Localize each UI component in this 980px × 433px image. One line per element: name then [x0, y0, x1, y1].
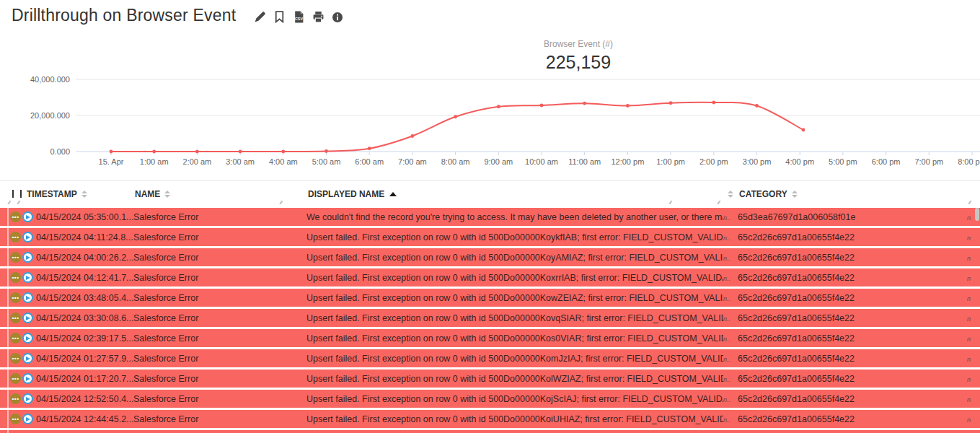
table-row[interactable]: ••• 04/15/2024 03:48:05.4... Salesforce …	[0, 289, 980, 307]
cell-name: Salesforce Error	[133, 293, 306, 303]
column-resize-grip[interactable]: //	[718, 199, 719, 206]
sort-icon[interactable]	[81, 191, 87, 198]
session-replay-icon[interactable]	[22, 272, 33, 283]
sort-icon[interactable]	[792, 191, 798, 198]
sort-asc-icon[interactable]	[389, 192, 397, 196]
table-row[interactable]: ••• 04/15/2024 04:00:26.2... Salesforce …	[0, 248, 980, 266]
actions-menu-icon[interactable]: •••	[10, 393, 21, 404]
cell-timestamp: 04/15/2024 02:39:17.5...	[35, 333, 133, 344]
cell-category: 65c2d26c697d1a00655f4e22	[738, 414, 967, 424]
sort-icon[interactable]	[164, 191, 170, 198]
chart-title: Browser Event (#)	[177, 39, 980, 49]
table-row[interactable]: ••• 04/15/2024 01:27:57.9... Salesforce …	[0, 349, 980, 367]
svg-text:5:00 am: 5:00 am	[312, 157, 341, 166]
page-title: Drillthrough on Browser Event	[12, 6, 236, 25]
session-replay-icon[interactable]	[22, 211, 33, 222]
cell-displayed-name: Upsert failed. First exception on row 0 …	[306, 394, 723, 404]
cell-truncated-edge: n	[967, 235, 971, 242]
cell-name: Salesforce Error	[133, 273, 306, 283]
session-replay-icon[interactable]	[22, 393, 33, 404]
actions-menu-icon[interactable]: •••	[10, 312, 21, 323]
svg-text:15. Apr: 15. Apr	[99, 157, 124, 166]
actions-menu-icon[interactable]: •••	[10, 272, 21, 283]
col-header-mini[interactable]	[723, 191, 738, 198]
cell-truncated: n..	[723, 396, 730, 403]
actions-menu-icon[interactable]: •••	[10, 252, 21, 263]
table-row[interactable]: ••• 04/15/2024 02:39:17.5... Salesforce …	[0, 329, 980, 347]
cell-timestamp: 04/15/2024 03:48:05.4...	[35, 293, 133, 303]
col-header-category[interactable]: CATEGORY	[738, 189, 967, 199]
svg-text:8:00 pm: 8:00 pm	[958, 157, 980, 166]
session-replay-icon[interactable]	[22, 333, 33, 344]
table-row-partial[interactable]	[0, 430, 980, 433]
cell-name: Salesforce Error	[133, 232, 306, 242]
cell-truncated: n..	[723, 315, 730, 323]
session-replay-icon[interactable]	[22, 232, 33, 242]
sort-icon[interactable]	[728, 191, 733, 198]
svg-text:3:00 pm: 3:00 pm	[743, 157, 772, 166]
col-label-displayed-name: DISPLAYED NAME	[306, 189, 384, 199]
svg-text:7:00 pm: 7:00 pm	[914, 157, 943, 166]
svg-text:1:00 pm: 1:00 pm	[656, 157, 685, 166]
bookmark-icon[interactable]	[273, 11, 286, 24]
cell-truncated-edge: n	[967, 214, 971, 222]
cell-truncated: n..	[723, 275, 730, 282]
svg-text:9:00 am: 9:00 am	[484, 157, 513, 166]
cell-timestamp: 04/15/2024 12:44:45.2...	[35, 414, 133, 424]
cell-displayed-name: Upsert failed. First exception on row 0 …	[306, 253, 723, 263]
cell-displayed-name: Upsert failed. First exception on row 0 …	[306, 293, 723, 303]
svg-text:8:00 am: 8:00 am	[441, 157, 470, 166]
col-header-actions[interactable]	[9, 190, 17, 198]
column-resize-grip[interactable]: //	[8, 199, 9, 206]
title-bar: Drillthrough on Browser Event CSV	[12, 6, 344, 25]
column-resize-grip[interactable]: //	[280, 199, 281, 206]
col-header-displayed-name[interactable]: DISPLAYED NAME	[306, 189, 723, 199]
column-resize-grip[interactable]: //	[17, 199, 19, 206]
session-replay-icon[interactable]	[22, 414, 33, 424]
col-header-name[interactable]: NAME	[133, 189, 306, 199]
cell-timestamp: 04/15/2024 01:27:57.9...	[35, 354, 133, 364]
session-replay-icon[interactable]	[22, 312, 33, 323]
col-header-replay[interactable]	[17, 190, 25, 198]
session-replay-icon[interactable]	[22, 353, 33, 364]
cell-truncated-edge: n	[967, 255, 971, 262]
vertical-scrollbar-thumb[interactable]	[975, 208, 979, 221]
cell-name: Salesforce Error	[133, 374, 306, 384]
csv-label: CSV	[295, 17, 303, 21]
actions-menu-icon[interactable]: •••	[10, 211, 21, 222]
cell-name: Salesforce Error	[133, 253, 306, 263]
cell-displayed-name: Upsert failed. First exception on row 0 …	[306, 414, 723, 424]
session-replay-icon[interactable]	[22, 292, 33, 303]
col-header-timestamp[interactable]: TIMESTAMP	[25, 189, 133, 199]
session-replay-icon[interactable]	[22, 373, 33, 384]
actions-menu-icon[interactable]: •••	[10, 353, 21, 364]
actions-menu-icon[interactable]: •••	[10, 292, 21, 303]
cell-category: 65d3ea67697d1a006058f01e	[738, 212, 967, 222]
svg-text:6:00 am: 6:00 am	[355, 157, 384, 166]
cell-truncated: n..	[723, 255, 730, 262]
column-resize-grip[interactable]: //	[968, 199, 970, 206]
col-label-name: NAME	[133, 189, 160, 199]
table-row[interactable]: ••• 04/15/2024 03:30:08.6... Salesforce …	[0, 309, 980, 327]
session-replay-icon[interactable]	[22, 252, 33, 263]
table-row[interactable]: ••• 04/15/2024 04:11:24.8... Salesforce …	[0, 228, 980, 246]
actions-menu-icon[interactable]: •••	[10, 414, 21, 424]
actions-menu-icon[interactable]: •••	[10, 333, 21, 344]
info-icon[interactable]	[331, 11, 344, 24]
cell-timestamp: 04/15/2024 12:52:50.4...	[35, 394, 133, 404]
table-row[interactable]: ••• 04/15/2024 05:35:00.1... Salesforce …	[0, 208, 980, 226]
cell-displayed-name: Upsert failed. First exception on row 0 …	[306, 333, 723, 344]
chart-total-value: 225,159	[177, 52, 980, 73]
actions-menu-icon[interactable]: •••	[10, 232, 21, 242]
table-row[interactable]: ••• 04/15/2024 04:12:41.7... Salesforce …	[0, 268, 980, 287]
edit-icon[interactable]	[253, 11, 266, 24]
cell-category: 65c2d26c697d1a00655f4e22	[738, 273, 967, 283]
table-row[interactable]: ••• 04/15/2024 12:44:45.2... Salesforce …	[0, 410, 980, 428]
export-csv-icon[interactable]: CSV	[292, 11, 305, 24]
actions-menu-icon[interactable]: •••	[10, 373, 21, 384]
table-row[interactable]: ••• 04/15/2024 12:52:50.4... Salesforce …	[0, 390, 980, 408]
column-resize-grip[interactable]: //	[669, 199, 671, 206]
print-icon[interactable]	[312, 11, 325, 24]
cell-timestamp: 04/15/2024 04:12:41.7...	[35, 273, 133, 283]
table-row[interactable]: ••• 04/15/2024 01:17:20.7... Salesforce …	[0, 369, 980, 388]
